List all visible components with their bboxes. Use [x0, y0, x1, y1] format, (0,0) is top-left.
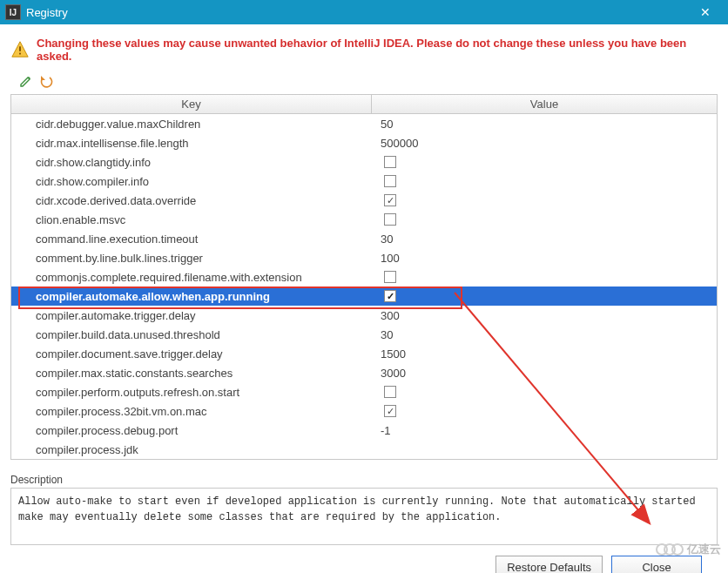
registry-value[interactable]: 30	[372, 233, 717, 246]
text-value: -1	[381, 424, 391, 437]
text-value: 100	[381, 252, 400, 265]
warning-icon	[10, 40, 30, 59]
registry-value[interactable]: ✓	[372, 194, 717, 206]
checkbox[interactable]: ✓	[384, 194, 396, 206]
table-row[interactable]: compiler.perform.outputs.refresh.on.star…	[11, 382, 717, 401]
registry-value[interactable]: 1500	[372, 347, 717, 361]
table-row[interactable]: command.line.execution.timeout30	[11, 229, 717, 248]
table-row[interactable]: compiler.automake.trigger.delay300	[11, 306, 717, 325]
registry-value[interactable]	[372, 213, 717, 226]
table-row[interactable]: compiler.build.data.unused.threshold30	[11, 325, 717, 344]
description-text: Allow auto-make to start even if develop…	[10, 488, 718, 545]
table-row[interactable]: clion.enable.msvc	[11, 210, 717, 229]
table-row[interactable]: compiler.automake.allow.when.app.running…	[11, 286, 717, 306]
table-row[interactable]: cidr.show.compiler.info	[11, 172, 717, 191]
registry-key: comment.by.line.bulk.lines.trigger	[11, 252, 372, 265]
registry-value[interactable]: ✓	[372, 290, 717, 302]
registry-key: cidr.max.intellisense.file.length	[11, 137, 372, 150]
table-row[interactable]: compiler.process.32bit.vm.on.mac✓	[11, 401, 717, 421]
title-bar: IJ Registry ✕	[0, 0, 728, 24]
restore-defaults-button[interactable]: Restore Defaults	[495, 556, 603, 573]
warning-text: Changing these values may cause unwanted…	[37, 37, 718, 63]
checkbox[interactable]	[384, 213, 396, 226]
registry-key: clion.enable.msvc	[11, 213, 372, 226]
registry-key: compiler.build.data.unused.threshold	[11, 328, 372, 341]
app-icon: IJ	[5, 4, 21, 20]
text-value: 30	[381, 233, 393, 246]
registry-key: compiler.process.jdk	[11, 443, 372, 456]
registry-key: compiler.automake.allow.when.app.running	[11, 290, 372, 303]
registry-value[interactable]: 30	[372, 328, 717, 341]
registry-key: cidr.xcode.derived.data.override	[11, 194, 372, 207]
table-row[interactable]: comment.by.line.bulk.lines.trigger100	[11, 248, 717, 267]
close-button[interactable]: Close	[611, 556, 702, 573]
text-value: 3000	[381, 367, 406, 380]
text-value: 1500	[381, 347, 406, 361]
edit-button[interactable]	[17, 73, 33, 89]
table-row[interactable]: compiler.process.jdk	[11, 440, 717, 459]
registry-value[interactable]: ✓	[372, 405, 717, 417]
registry-key: cidr.debugger.value.maxChildren	[11, 118, 372, 131]
text-value: 50	[381, 118, 393, 131]
table-row[interactable]: cidr.max.intellisense.file.length500000	[11, 133, 717, 152]
registry-value[interactable]	[372, 156, 717, 168]
toolbar	[10, 70, 718, 94]
table-row[interactable]: compiler.document.save.trigger.delay1500	[11, 344, 717, 363]
registry-key: commonjs.complete.required.filename.with…	[11, 271, 372, 284]
registry-value[interactable]: -1	[372, 424, 717, 437]
registry-table: Key Value cidr.debugger.value.maxChildre…	[10, 94, 718, 460]
registry-value[interactable]	[372, 271, 717, 283]
checkbox[interactable]: ✓	[384, 290, 396, 302]
registry-key: compiler.process.32bit.vm.on.mac	[11, 405, 372, 418]
registry-value[interactable]: 3000	[372, 367, 717, 380]
registry-key: cidr.show.compiler.info	[11, 175, 372, 188]
registry-key: compiler.perform.outputs.refresh.on.star…	[11, 386, 372, 399]
table-row[interactable]: cidr.xcode.derived.data.override✓	[11, 191, 717, 210]
registry-key: compiler.max.static.constants.searches	[11, 367, 372, 380]
text-value: 30	[381, 328, 393, 341]
table-row[interactable]: compiler.process.debug.port-1	[11, 421, 717, 440]
registry-value[interactable]: 500000	[372, 137, 717, 150]
checkbox[interactable]	[384, 175, 396, 187]
checkbox[interactable]	[384, 271, 396, 283]
table-row[interactable]: commonjs.complete.required.filename.with…	[11, 267, 717, 286]
table-row[interactable]: cidr.debugger.value.maxChildren50	[11, 114, 717, 133]
registry-key: compiler.automake.trigger.delay	[11, 309, 372, 322]
revert-button[interactable]	[38, 73, 54, 89]
registry-key: compiler.document.save.trigger.delay	[11, 347, 372, 361]
window-title: Registry	[26, 6, 688, 19]
registry-value[interactable]: 50	[372, 118, 717, 131]
text-value: 500000	[381, 137, 418, 150]
column-header-key[interactable]: Key	[11, 95, 372, 113]
close-window-button[interactable]: ✕	[688, 5, 723, 19]
column-header-value[interactable]: Value	[372, 95, 717, 113]
watermark: 亿速云	[660, 542, 721, 557]
registry-key: cidr.show.clangtidy.info	[11, 156, 372, 169]
svg-rect-0	[19, 46, 21, 51]
registry-value[interactable]	[372, 175, 717, 187]
table-row[interactable]: cidr.show.clangtidy.info	[11, 152, 717, 172]
registry-value[interactable]	[372, 386, 717, 398]
registry-key: command.line.execution.timeout	[11, 233, 372, 246]
checkbox[interactable]: ✓	[384, 405, 396, 417]
registry-value[interactable]: 300	[372, 309, 717, 322]
registry-key: compiler.process.debug.port	[11, 424, 372, 437]
table-row[interactable]: compiler.max.static.constants.searches30…	[11, 363, 717, 382]
text-value: 300	[381, 309, 400, 322]
svg-rect-1	[19, 53, 21, 55]
description-label: Description	[10, 474, 718, 486]
table-header: Key Value	[11, 95, 717, 114]
registry-value[interactable]: 100	[372, 252, 717, 265]
watermark-text: 亿速云	[687, 542, 721, 557]
checkbox[interactable]	[384, 156, 396, 168]
checkbox[interactable]	[384, 386, 396, 398]
